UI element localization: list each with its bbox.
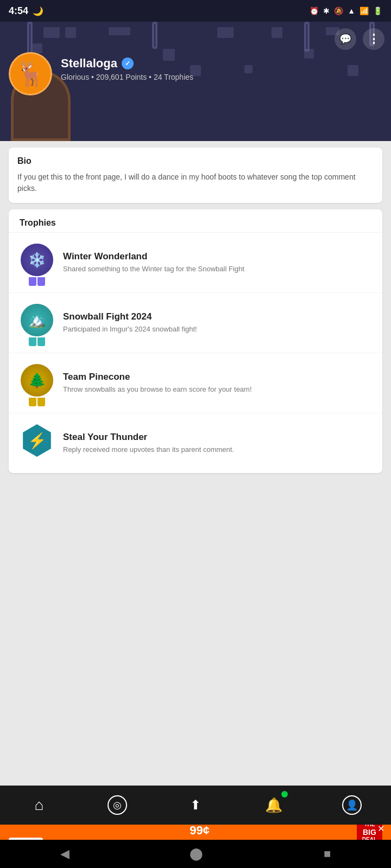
trophies-header: Trophies (9, 209, 382, 233)
more-options-button[interactable]: ⋮ (363, 28, 384, 50)
trophy-desc: Reply received more upvotes than its par… (63, 445, 371, 455)
trophy-desc: Throw snowballs as you browse to earn sc… (63, 385, 371, 394)
status-icons: ⏰ ✱ 🔕 ▲ 📶 🔋 (310, 7, 382, 15)
mute-icon: 🔕 (334, 7, 343, 15)
trophy-text-snowball-fight: Snowball Fight 2024 Participated in Imgu… (63, 311, 371, 334)
avatar-image: 🦌 (16, 60, 46, 88)
bio-title: Bio (17, 156, 374, 166)
trophy-name: Winter Wonderland (63, 251, 371, 262)
profile-text: Stellaloga ✓ Glorious • 209,601 Points •… (61, 56, 193, 81)
trophy-icon-team-pinecone: 🌲 (21, 364, 53, 397)
trophy-item: 🌲 Team Pinecone Throw snowballs as you b… (9, 353, 382, 413)
trophy-text-winter-wonderland: Winter Wonderland Shared something to th… (63, 251, 371, 274)
battery-icon: 🔋 (373, 7, 382, 15)
more-icon: ⋮ (368, 32, 380, 46)
trophy-item: ❄️ Winter Wonderland Shared something to… (9, 233, 382, 293)
signal-icon: 📶 (360, 7, 369, 15)
banner-actions: 💬 ⋮ (335, 28, 384, 50)
trophy-item: 🏔️ Snowball Fight 2024 Participated in I… (9, 293, 382, 353)
profile-banner: 💬 ⋮ 🦌 Stellaloga ✓ Glorious • 209,601 Po… (0, 22, 391, 141)
avatar: 🦌 (9, 52, 52, 95)
profile-name: Stellaloga ✓ (61, 56, 193, 71)
profile-stats: Glorious • 209,601 Points • 24 Trophies (61, 73, 193, 81)
trophy-name: Steal Your Thunder (63, 432, 371, 443)
verified-badge: ✓ (122, 58, 134, 69)
chat-button[interactable]: 💬 (335, 28, 356, 50)
profile-info: 🦌 Stellaloga ✓ Glorious • 209,601 Points… (9, 52, 382, 95)
trophies-card: Trophies ❄️ Winter Wonderland Shared som… (9, 209, 382, 473)
trophy-icon-snowball-fight: 🏔️ (21, 304, 53, 336)
wifi-icon: ▲ (348, 7, 355, 15)
status-time: 4:54 (9, 5, 28, 17)
status-bar: 4:54 🌙 ⏰ ✱ 🔕 ▲ 📶 🔋 (0, 0, 391, 22)
trophy-text-team-pinecone: Team Pinecone Throw snowballs as you bro… (63, 372, 371, 394)
trophy-name: Snowball Fight 2024 (63, 311, 371, 322)
trophy-name: Team Pinecone (63, 372, 371, 382)
trophy-icon-steal-your-thunder: ⚡ (21, 424, 53, 457)
trophy-item: ⚡ Steal Your Thunder Reply received more… (9, 413, 382, 473)
bio-text: If you get this to the front page, I wil… (17, 171, 374, 194)
bio-card: Bio If you get this to the front page, I… (9, 148, 382, 203)
chat-icon: 💬 (339, 33, 351, 45)
trophy-desc: Shared something to the Winter tag for t… (63, 264, 371, 274)
trophy-text-steal-your-thunder: Steal Your Thunder Reply received more u… (63, 432, 371, 455)
bluetooth-icon: ✱ (323, 7, 330, 15)
alarm-icon: ⏰ (310, 7, 319, 15)
trophy-icon-winter-wonderland: ❄️ (21, 244, 53, 276)
username-label: Stellaloga (61, 56, 117, 71)
moon-icon: 🌙 (33, 6, 43, 16)
trophy-desc: Participated in Imgur's 2024 snowball fi… (63, 324, 371, 334)
